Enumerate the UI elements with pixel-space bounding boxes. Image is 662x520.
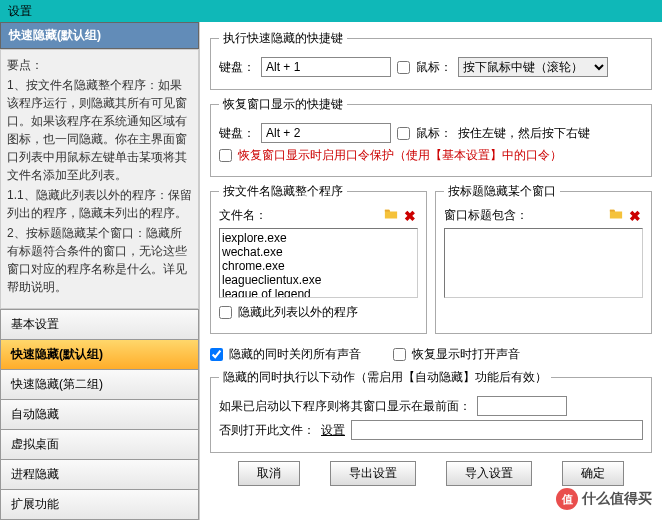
mouse-label-restore: 鼠标：: [416, 125, 452, 142]
nav-item[interactable]: 进程隐藏: [0, 459, 199, 490]
kb-label: 键盘：: [219, 59, 255, 76]
extra-legend: 隐藏的同时执行以下动作（需启用【自动隐藏】功能后有效）: [219, 369, 551, 386]
list-item[interactable]: league of legend: [222, 287, 415, 298]
nav-item[interactable]: 扩展功能: [0, 489, 199, 520]
close-sound-label: 隐藏的同时关闭所有声音: [229, 346, 361, 363]
pw-label: 恢复窗口显示时启用口令保护（使用【基本设置】中的口令）: [238, 147, 562, 164]
show-front-label: 如果已启动以下程序则将其窗口显示在最前面：: [219, 398, 471, 415]
sidebar: 快速隐藏(默认组) 要点：1、按文件名隐藏整个程序：如果该程序运行，则隐藏其所有…: [0, 22, 200, 520]
info-line: 1、按文件名隐藏整个程序：如果该程序运行，则隐藏其所有可见窗口。如果该程序在系统…: [7, 76, 192, 184]
nav-item[interactable]: 快速隐藏(第二组): [0, 369, 199, 400]
nav-item[interactable]: 基本设置: [0, 309, 199, 340]
hotkey-restore-legend: 恢复窗口显示的快捷键: [219, 96, 347, 113]
title-textarea[interactable]: [444, 228, 643, 298]
restore-mouse-checkbox[interactable]: [397, 127, 410, 140]
list-item[interactable]: iexplore.exe: [222, 231, 415, 245]
nav-item[interactable]: 自动隐藏: [0, 399, 199, 430]
export-button[interactable]: 导出设置: [330, 461, 416, 486]
info-line: 1.1、隐藏此列表以外的程序：保留列出的程序，隐藏未列出的程序。: [7, 186, 192, 222]
delete-icon[interactable]: ✖: [402, 208, 418, 224]
by-title-legend: 按标题隐藏某个窗口: [444, 183, 560, 200]
hide-mouse-checkbox[interactable]: [397, 61, 410, 74]
exclude-checkbox[interactable]: [219, 306, 232, 319]
open-file-input[interactable]: [351, 420, 643, 440]
by-file-group: 按文件名隐藏整个程序 文件名： ✖ iexplore.exewechat.exe…: [210, 183, 427, 334]
window-titlebar: 设置: [0, 0, 662, 22]
info-line: 2、按标题隐藏某个窗口：隐藏所有标题符合条件的窗口，无论这些窗口对应的程序名称是…: [7, 224, 192, 296]
exclude-label: 隐藏此列表以外的程序: [238, 304, 358, 321]
mouse-label: 鼠标：: [416, 59, 452, 76]
main-panel: 执行快速隐藏的快捷键 键盘： 鼠标： 按下鼠标中键（滚轮） 恢复窗口显示的快捷键…: [200, 22, 662, 520]
mouse-text: 按住左键，然后按下右键: [458, 125, 590, 142]
nav-item[interactable]: 虚拟桌面: [0, 429, 199, 460]
delete-icon[interactable]: ✖: [627, 208, 643, 224]
sidebar-nav: 基本设置快速隐藏(默认组)快速隐藏(第二组)自动隐藏虚拟桌面进程隐藏扩展功能: [0, 310, 199, 520]
list-item[interactable]: leagueclientux.exe: [222, 273, 415, 287]
close-sound-checkbox[interactable]: [210, 348, 223, 361]
folder-icon[interactable]: [383, 206, 399, 222]
import-button[interactable]: 导入设置: [446, 461, 532, 486]
ok-button[interactable]: 确定: [562, 461, 624, 486]
settings-link[interactable]: 设置: [321, 422, 345, 439]
file-listbox[interactable]: iexplore.exewechat.exechrome.exeleaguecl…: [219, 228, 418, 298]
open-sound-checkbox[interactable]: [393, 348, 406, 361]
folder-icon[interactable]: [608, 206, 624, 222]
by-title-group: 按标题隐藏某个窗口 窗口标题包含： ✖: [435, 183, 652, 334]
extra-group: 隐藏的同时执行以下动作（需启用【自动隐藏】功能后有效） 如果已启动以下程序则将其…: [210, 369, 652, 453]
hotkey-hide-legend: 执行快速隐藏的快捷键: [219, 30, 347, 47]
hotkey-restore-group: 恢复窗口显示的快捷键 键盘： 鼠标： 按住左键，然后按下右键 恢复窗口显示时启用…: [210, 96, 652, 177]
file-label: 文件名：: [219, 207, 267, 224]
hide-mouse-select[interactable]: 按下鼠标中键（滚轮）: [458, 57, 608, 77]
hotkey-hide-group: 执行快速隐藏的快捷键 键盘： 鼠标： 按下鼠标中键（滚轮）: [210, 30, 652, 90]
title-label: 窗口标题包含：: [444, 207, 528, 224]
open-sound-label: 恢复显示时打开声音: [412, 346, 520, 363]
list-item[interactable]: wechat.exe: [222, 245, 415, 259]
list-item[interactable]: chrome.exe: [222, 259, 415, 273]
cancel-button[interactable]: 取消: [238, 461, 300, 486]
nav-item[interactable]: 快速隐藏(默认组): [0, 339, 199, 370]
show-front-input[interactable]: [477, 396, 567, 416]
sidebar-info: 要点：1、按文件名隐藏整个程序：如果该程序运行，则隐藏其所有可见窗口。如果该程序…: [0, 49, 199, 309]
sidebar-header: 快速隐藏(默认组): [0, 22, 199, 49]
restore-kb-input[interactable]: [261, 123, 391, 143]
open-file-label: 否则打开此文件：: [219, 422, 315, 439]
button-row: 取消 导出设置 导入设置 确定: [210, 461, 652, 486]
window-title: 设置: [8, 4, 32, 18]
hide-kb-input[interactable]: [261, 57, 391, 77]
kb-label-restore: 键盘：: [219, 125, 255, 142]
by-file-legend: 按文件名隐藏整个程序: [219, 183, 347, 200]
info-line: 要点：: [7, 56, 192, 74]
restore-pw-checkbox[interactable]: [219, 149, 232, 162]
